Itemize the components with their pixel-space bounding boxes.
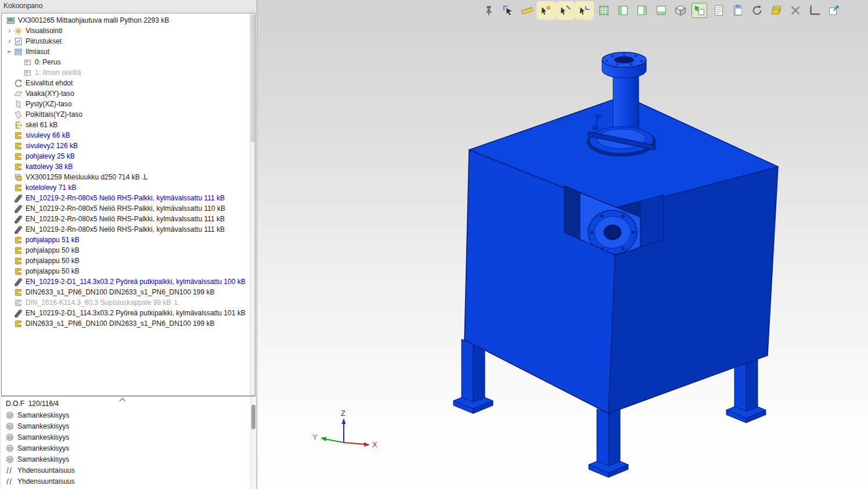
tree-item[interactable]: 1: Ilman skelliä xyxy=(2,67,255,78)
plane-xy-icon xyxy=(14,89,23,98)
tree-item[interactable]: VX3001259 Miesluukku d250 714 kB .L xyxy=(2,172,255,182)
tree-item[interactable]: Piirustukset xyxy=(2,36,255,46)
constraint-item[interactable]: Samankeskisyys xyxy=(1,443,255,454)
part-icon xyxy=(14,236,23,245)
part-list-button[interactable] xyxy=(711,3,726,18)
delete-icon xyxy=(789,4,802,17)
constraint-item[interactable]: Samankeskisyys xyxy=(1,432,255,443)
tree-item[interactable]: pohjalappu 50 kB xyxy=(2,245,255,256)
tree-item[interactable]: 0: Perus xyxy=(2,57,255,67)
dof-title: D.O.F 120/116/4 xyxy=(1,397,255,409)
measure-button[interactable] xyxy=(519,3,535,18)
tree-item-label: sivulevy 66 kB xyxy=(26,131,70,139)
tree-item-label: Ilmiasut xyxy=(26,48,49,56)
split-view-left-button[interactable] xyxy=(615,3,631,18)
constraint-item[interactable]: Samankeskisyys xyxy=(1,409,255,420)
tree-scrollbar[interactable] xyxy=(250,13,255,395)
viewport[interactable]: Z X Y xyxy=(257,0,868,489)
tree-item-label: EN_10219-2-Rn-080x5 Neliö RHS-Palkki, ky… xyxy=(26,194,225,202)
tree-item[interactable]: pohjalevy 25 kB xyxy=(2,151,255,161)
tree-item[interactable]: EN_10219-2-D1_114.3x03.2 Pyöreä putkipal… xyxy=(2,308,255,318)
expander-icon[interactable] xyxy=(5,26,14,36)
snap-perp-icon xyxy=(578,4,591,17)
part-icon xyxy=(14,142,23,150)
tree-scrollbar-thumb[interactable] xyxy=(251,15,255,142)
visualization-icon xyxy=(14,27,23,35)
comp-select-icon xyxy=(693,4,706,17)
tree-item[interactable]: DIN_2616-K114.3_60.3 Supistuskappale 99 … xyxy=(2,297,255,308)
constraint-item[interactable]: Yhdensuuntaisuus xyxy=(1,476,255,487)
split-view-right-button[interactable] xyxy=(634,3,650,18)
rep-item-icon xyxy=(23,69,32,77)
rotate-view-button[interactable] xyxy=(749,3,765,18)
rep-item-icon xyxy=(23,58,32,67)
tree-item[interactable]: Ilmiasut xyxy=(2,46,255,57)
tree-item-label: sivulevy2 126 kB xyxy=(26,142,78,150)
model-leg-front xyxy=(589,409,628,477)
tree-item-label: DIN2633_s1_PN6_DN100 DIN2633_s1_PN6_DN10… xyxy=(26,319,215,328)
dof-scrollbar-thumb[interactable] xyxy=(251,405,255,429)
snap-line-button[interactable] xyxy=(557,3,573,18)
tree-item[interactable]: DIN2633_s1_PN6_DN100 DIN2633_s1_PN6_DN10… xyxy=(2,287,255,297)
constraint-label: Samankeskisyys xyxy=(17,444,69,452)
tree-item[interactable]: DIN2633_s1_PN6_DN100 DIN2633_s1_PN6_DN10… xyxy=(2,318,255,329)
tree-item-label: Pysty(XZ)-taso xyxy=(26,100,71,108)
layers-icon xyxy=(770,4,783,17)
parallel-icon xyxy=(6,466,14,474)
tree-item[interactable]: EN_10219-2-Rn-080x5 Neliö RHS-Palkki, ky… xyxy=(2,214,255,224)
select-filter-button[interactable] xyxy=(500,3,516,18)
clipboard-button[interactable] xyxy=(730,3,745,18)
assembly-icon xyxy=(6,16,15,25)
component-icon xyxy=(14,173,23,182)
tree-item[interactable]: Vaaka(XY)-taso xyxy=(2,88,255,99)
grid-green-icon xyxy=(597,4,610,17)
constraint-item[interactable]: Samankeskisyys xyxy=(1,420,255,432)
drawings-icon xyxy=(14,37,23,46)
delete-button[interactable] xyxy=(787,3,803,18)
application-window: Kokoonpano VX3001265 Mittaohjautuva mall… xyxy=(0,0,868,489)
layer-stack-button[interactable] xyxy=(768,3,784,18)
constraint-item[interactable]: Yhdensuuntaisuus xyxy=(1,465,255,476)
constraint-item[interactable]: Samankeskisyys xyxy=(1,454,255,465)
tree-item[interactable]: EN_10219-2-Rn-080x5 Neliö RHS-Palkki, ky… xyxy=(2,203,255,214)
tree-item[interactable]: EN_10219-2-Rn-080x5 Neliö RHS-Palkki, ky… xyxy=(2,193,255,203)
tree-item[interactable]: skel 61 kB xyxy=(2,120,255,130)
tree-item[interactable]: Visualisointi xyxy=(2,26,255,36)
tree-item[interactable]: EN_10219-2-Rn-080x5 Neliö RHS-Palkki, ky… xyxy=(2,224,255,235)
tree-item-label: EN_10219-2-D1_114.3x03.2 Pyöreä putkipal… xyxy=(26,278,246,286)
tree-item-label: DIN_2616-K114.3_60.3 Supistuskappale 99 … xyxy=(26,299,179,307)
coordinate-system-button[interactable] xyxy=(806,3,822,18)
plane-yz-icon xyxy=(14,110,23,119)
view-cube-button[interactable] xyxy=(672,3,688,18)
tree-item[interactable]: Pysty(XZ)-taso xyxy=(2,99,255,109)
view-shaded-button[interactable] xyxy=(596,3,611,18)
snap-line-icon xyxy=(559,4,572,17)
expander-icon[interactable] xyxy=(5,46,14,57)
part-icon xyxy=(14,288,23,297)
snap-angle-button[interactable] xyxy=(577,3,592,18)
tree-item[interactable]: sivulevy 66 kB xyxy=(2,130,255,141)
split-view-bottom-button[interactable] xyxy=(653,3,669,18)
tree-item[interactable]: EN_10219-2-D1_114.3x03.2 Pyöreä putkipal… xyxy=(2,276,255,287)
tree-item[interactable]: Esivalitut ehdot xyxy=(2,78,255,88)
tree-item[interactable]: VX3001265 Mittaohjautuva malli Python 22… xyxy=(2,15,255,26)
dof-scrollbar[interactable] xyxy=(250,397,255,489)
tree-item[interactable]: sivulevy2 126 kB xyxy=(2,141,255,151)
pick-component-button[interactable] xyxy=(691,3,707,18)
tree-item[interactable]: kattolevy 38 kB xyxy=(2,161,255,172)
pin-button[interactable] xyxy=(481,3,496,18)
collapse-dof-button[interactable] xyxy=(117,396,128,401)
tree-item[interactable]: pohjalappu 50 kB xyxy=(2,266,255,276)
expander-icon[interactable] xyxy=(5,36,14,46)
profile-icon xyxy=(14,194,23,203)
part-gray-icon xyxy=(14,299,23,307)
3d-model-canvas[interactable]: Z X Y xyxy=(257,0,868,489)
snap-point-button[interactable] xyxy=(538,3,554,18)
tree-item[interactable]: Poikittais(YZ)-taso xyxy=(2,109,255,120)
tree-item-label: VX3001259 Miesluukku d250 714 kB .L xyxy=(26,173,147,181)
tree-item[interactable]: kotelolevy 71 kB xyxy=(2,182,255,193)
export-view-button[interactable] xyxy=(826,3,841,18)
tree-item[interactable]: pohjalappu 50 kB xyxy=(2,256,255,266)
tree-item[interactable]: pohjalappu 51 kB xyxy=(2,235,255,245)
assembly-panel: Kokoonpano VX3001265 Mittaohjautuva mall… xyxy=(0,0,257,489)
